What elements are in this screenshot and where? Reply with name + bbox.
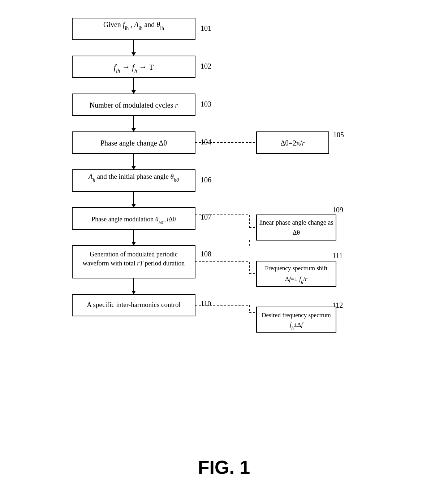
ref102: 102 — [201, 62, 211, 70]
figure-label: FIG. 1 — [61, 456, 387, 478]
box109-text: linear phase angle change as — [259, 219, 333, 226]
box111-text: Frequency spectrum shift — [265, 265, 328, 272]
ref105: 105 — [333, 131, 344, 139]
box109-text2: Δθ — [293, 229, 300, 236]
svg-rect-35 — [257, 307, 336, 332]
ref111: 111 — [332, 252, 343, 260]
box104-text: Phase angle change Δθ — [100, 139, 167, 147]
svg-marker-23 — [132, 242, 136, 246]
ref109: 109 — [332, 206, 343, 214]
svg-marker-16 — [132, 204, 136, 208]
box112-text: Desired frequency spectrum — [262, 312, 331, 319]
box108-text: Generation of modulated periodic — [90, 251, 177, 258]
box110-text: A specific inter-harmonics control — [87, 301, 181, 308]
ref106: 106 — [201, 176, 211, 184]
box103-text: Number of modulated cycles r — [90, 101, 178, 109]
box108-text2: waveform with total rT period duration — [83, 260, 185, 267]
ref103: 103 — [201, 100, 211, 108]
ref104: 104 — [201, 138, 211, 146]
svg-marker-2 — [132, 52, 136, 56]
svg-marker-5 — [132, 90, 136, 94]
svg-marker-8 — [132, 128, 136, 132]
fig-label-text: FIG. 1 — [198, 457, 250, 478]
ref108: 108 — [201, 250, 211, 258]
box105-text: Δθ=2π/r — [280, 139, 305, 147]
flowchart-svg: Given fih , Aih and θih 101 fih → fh → T… — [61, 14, 387, 448]
svg-marker-13 — [132, 166, 136, 170]
ref110: 110 — [201, 300, 211, 308]
ref101: 101 — [201, 24, 211, 32]
svg-marker-30 — [132, 291, 136, 294]
ref107: 107 — [201, 213, 211, 221]
diagram-container: Given fih , Aih and θih 101 fih → fh → T… — [61, 14, 387, 478]
